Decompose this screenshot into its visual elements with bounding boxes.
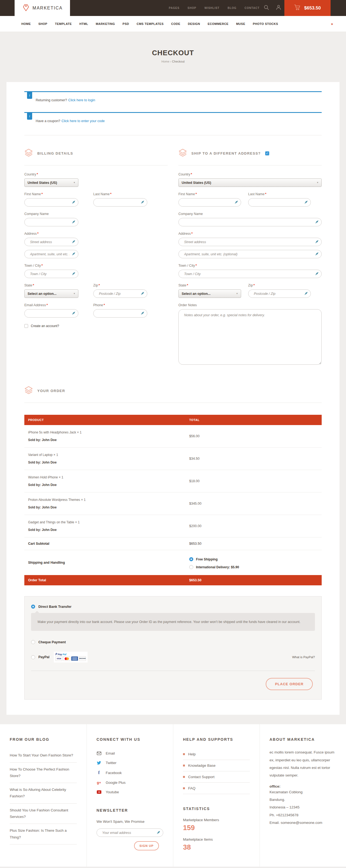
radio-selected-icon[interactable] (31, 604, 35, 609)
shipping-first-name-label: First Name* (178, 192, 241, 196)
billing-first-name-label: First Name* (24, 192, 78, 196)
facebook-link[interactable]: f Facebook (97, 768, 163, 778)
blog-link[interactable]: Should You Use Fashion Consultant Servic… (10, 804, 77, 824)
shipping-first-name-input[interactable] (178, 198, 241, 207)
nav-more-icon[interactable]: » (331, 22, 333, 26)
paypal-option[interactable]: PayPal PPayPal VISA DISCOVER What is Pay… (31, 652, 315, 662)
copyright-bar: COPYRIGHT © 2015 TOKOPRESS PRIVACY POLIC… (0, 867, 346, 868)
billing-email-input[interactable] (24, 309, 78, 317)
billing-state-select[interactable]: Select an option...▼ (24, 289, 78, 298)
email-link[interactable]: Email (97, 749, 163, 758)
help-link[interactable]: FAQ (183, 783, 250, 794)
google-plus-link[interactable]: g+ Google Plus (97, 778, 163, 787)
brand-name: MARKETICA (32, 6, 63, 10)
breadcrumb-home[interactable]: Home (161, 60, 169, 63)
brand-tag-icon (22, 3, 30, 13)
google-plus-icon: g+ (97, 780, 101, 785)
login-notice-text: Returning customer? (36, 98, 67, 102)
order-item-row: iPhone 5s with Headphones Jack × 1 Sold … (24, 425, 322, 447)
bank-transfer-option[interactable]: Direct Bank Transfer (31, 604, 315, 609)
shipping-state-select[interactable]: Select an option...▼ (178, 289, 241, 298)
newsletter-section: NEWSLETTER We Won't Spam, We Promise SIG… (97, 808, 163, 850)
main-nav-item[interactable]: SHOP (38, 22, 47, 26)
main-nav-item[interactable]: CODE (171, 22, 180, 26)
top-nav-item[interactable]: WISHLIST (204, 6, 219, 9)
top-nav-item[interactable]: CONTACT (245, 6, 260, 9)
billing-section-title: BILLING DETAILS (37, 151, 73, 155)
create-account-checkbox[interactable] (24, 324, 28, 328)
cart-button[interactable]: $653.50 (284, 0, 331, 16)
login-link[interactable]: Click here to login (68, 98, 95, 102)
billing-apartment-input[interactable] (24, 250, 78, 258)
main-nav-item[interactable]: ECOMMERCE (208, 22, 229, 26)
shipping-country-select[interactable]: United States (US)▼ (178, 179, 322, 187)
shipping-last-name-input[interactable] (248, 198, 311, 207)
user-icon[interactable] (276, 5, 281, 11)
top-nav-item[interactable]: PAGES (169, 6, 179, 9)
order-section-title: YOUR ORDER (37, 389, 65, 393)
logo[interactable]: MARKETICA (14, 0, 70, 16)
billing-phone-input[interactable] (93, 309, 147, 317)
billing-last-name-input[interactable] (93, 198, 147, 207)
order-total-label: Order Total (24, 578, 185, 582)
billing-town-input[interactable] (24, 270, 78, 278)
blog-link[interactable]: How To Start Your Own Fashion Store? (10, 749, 77, 763)
blog-link[interactable]: What is So Alluring About Celebrity Fash… (10, 783, 77, 804)
address-line: Bandung. (270, 796, 336, 804)
blog-link[interactable]: How To Choose The Perfect Fashion Store? (10, 763, 77, 783)
create-account-checkbox-row[interactable]: Create an account? (24, 324, 168, 328)
main-nav-item[interactable]: PHOTO STOCKS (253, 22, 278, 26)
newsletter-tagline: We Won't Spam, We Promise (97, 819, 163, 824)
main-nav-item[interactable]: MUSE (236, 22, 245, 26)
cart-icon (294, 5, 301, 11)
page-title: CHECKOUT (0, 49, 346, 57)
radio-unselected-icon[interactable] (189, 565, 193, 569)
main-nav-item[interactable]: PSD (123, 22, 129, 26)
billing-zip-input[interactable] (93, 289, 147, 298)
billing-phone-label: Phone* (93, 303, 147, 307)
free-shipping-option[interactable]: Free Shipping (189, 557, 322, 561)
billing-first-name-input[interactable] (24, 198, 78, 207)
place-order-button[interactable]: PLACE ORDER (266, 678, 313, 690)
blog-link[interactable]: Plus Size Fashion: Is There Such a Thing… (10, 824, 77, 844)
help-link[interactable]: Knowladge Base (183, 760, 250, 771)
shipping-town-input[interactable] (178, 270, 322, 278)
main-nav-item[interactable]: MARKETING (96, 22, 115, 26)
radio-unselected-icon[interactable] (31, 640, 35, 644)
radio-selected-icon[interactable] (189, 557, 193, 561)
top-nav-item[interactable]: BLOG (228, 6, 237, 9)
shipping-company-input[interactable] (178, 218, 322, 226)
ship-different-checkbox[interactable]: ✓ (265, 151, 269, 155)
twitter-link[interactable]: Twitter (97, 758, 163, 768)
billing-street-input[interactable] (24, 238, 78, 246)
main-nav: » HOMESHOPTEMPLATEHTMLMARKETINGPSDCMS TE… (0, 16, 346, 32)
help-link[interactable]: Contact Support (183, 771, 250, 783)
main-nav-item[interactable]: CMS TEMPLATES (137, 22, 164, 26)
youtube-link[interactable]: Youtube (97, 787, 163, 797)
main-nav-item[interactable]: HTML (79, 22, 89, 26)
help-link[interactable]: Help (183, 749, 250, 760)
main-nav-item[interactable]: DESIGN (188, 22, 200, 26)
newsletter-email-input[interactable] (97, 829, 163, 837)
cheque-payment-option[interactable]: Cheque Payment (31, 640, 315, 644)
billing-company-input[interactable] (24, 218, 78, 226)
order-notes-textarea[interactable] (178, 309, 322, 365)
statistics-section: STATISTICS Marketplace Members 159 Marke… (183, 807, 250, 851)
billing-country-select[interactable]: United States (US)▼ (24, 179, 78, 187)
layers-icon (24, 386, 33, 396)
shipping-zip-input[interactable] (248, 289, 311, 298)
main-nav-item[interactable]: TEMPLATE (55, 22, 72, 26)
shipping-street-input[interactable] (178, 238, 322, 246)
search-icon[interactable] (264, 5, 269, 11)
shipping-apartment-input[interactable] (178, 250, 322, 258)
what-is-paypal-link[interactable]: What is PayPal? (292, 655, 315, 659)
order-total-value: $653.50 (185, 578, 322, 582)
info-icon: i (27, 92, 32, 99)
coupon-link[interactable]: Click here to enter your code (62, 119, 105, 123)
radio-unselected-icon[interactable] (31, 655, 35, 659)
main-nav-item[interactable]: HOME (21, 22, 31, 26)
shipping-column: SHIP TO A DIFFERENT ADDRESS? ✓ Country* … (178, 146, 322, 371)
international-delivery-option[interactable]: International Delivery: $5.90 (189, 565, 322, 569)
top-nav-item[interactable]: SHOP (187, 6, 196, 9)
sign-up-button[interactable]: SIGN UP (134, 841, 159, 850)
